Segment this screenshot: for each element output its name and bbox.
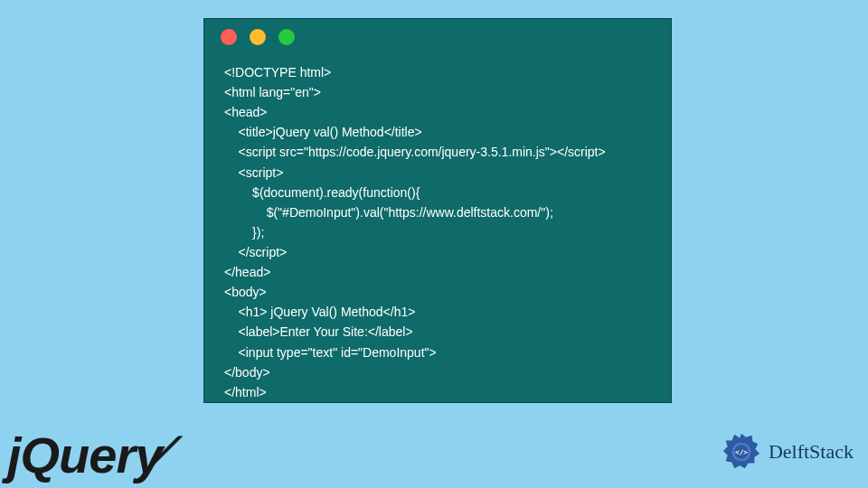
delftstack-icon: </> (720, 430, 763, 474)
minimize-icon[interactable] (250, 29, 266, 45)
delftstack-logo: </> DelftStack (720, 430, 854, 474)
svg-text:</>: </> (735, 448, 748, 456)
window-titlebar (204, 19, 671, 55)
jquery-logo-text: jQuery (7, 427, 162, 483)
maximize-icon[interactable] (278, 29, 295, 45)
delftstack-logo-text: DelftStack (769, 440, 854, 464)
close-icon[interactable] (221, 29, 237, 45)
code-body: <!DOCTYPE html> <html lang="en"> <head> … (204, 55, 671, 415)
code-window: <!DOCTYPE html> <html lang="en"> <head> … (203, 18, 672, 403)
jquery-logo: jQuery⁄ (7, 426, 166, 484)
